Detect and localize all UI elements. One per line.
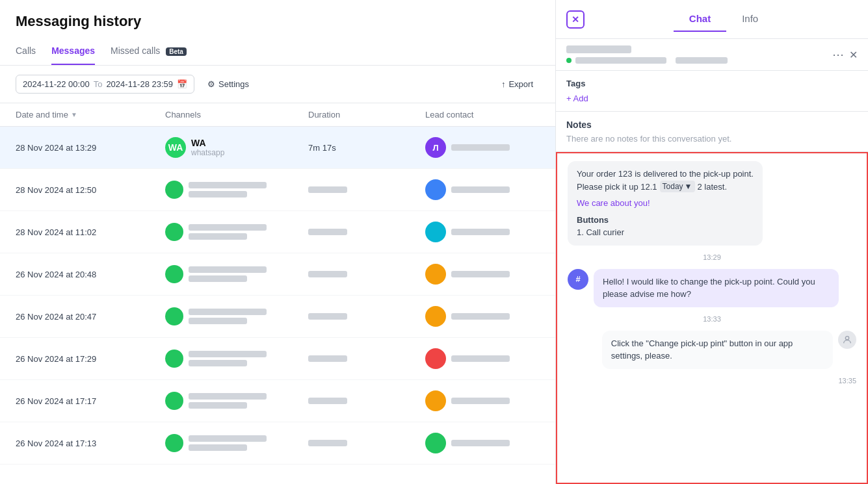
cell-channel [165,392,308,410]
lead-name-blurred [451,186,510,193]
contact-info-blurred [575,57,666,64]
cell-duration [308,270,425,279]
more-options-button[interactable]: ⋯ [832,47,844,62]
cell-lead [425,179,540,200]
channel-sub-blurred [189,233,247,240]
page-title: Messaging history [0,0,555,39]
msg-outgoing-bubble: Click the "Change pick-up pint" button i… [602,331,833,369]
cell-lead: Л [425,137,540,158]
channel-dot [165,223,183,241]
date-range-picker[interactable]: 2024-11-22 00:00 To 2024-11-28 23:59 📅 [16,75,194,94]
table-row[interactable]: 26 Nov 2024 at 20:47 [0,296,555,338]
tab-chat[interactable]: Chat [674,6,726,32]
channel-sub-blurred [189,360,247,366]
calendar-icon: 📅 [177,79,187,89]
lead-avatar [425,179,446,200]
cell-duration: 7m 17s [308,143,425,153]
cell-date: 26 Nov 2024 at 17:13 [16,439,165,448]
table-row[interactable]: 26 Nov 2024 at 17:13 [0,422,555,465]
cell-date: 26 Nov 2024 at 17:29 [16,354,165,364]
beta-badge: Beta [166,47,187,56]
date-to: 2024-11-28 23:59 [106,79,173,89]
lead-name-blurred [451,355,510,362]
table-row[interactable]: 28 Nov 2024 at 11:02 [0,211,555,253]
user-avatar: # [568,269,588,290]
channel-dot [165,350,183,368]
duration-blurred [308,271,347,277]
channel-sub: whatsapp [191,148,224,157]
cell-lead [425,390,540,411]
close-button[interactable]: ✕ [566,10,585,29]
cell-lead [425,306,540,327]
channel-sub-blurred [189,275,247,282]
channel-info: WA whatsapp [191,138,224,157]
collapse-button[interactable]: ✕ [849,49,858,61]
lead-avatar [425,222,446,242]
channel-name-blurred [189,266,267,273]
msg-text-line2: Please pick it up 12.1 Today ▼ 2 latest. [577,181,754,194]
contact-info-blurred2 [676,57,728,64]
lead-name-blurred [451,398,510,404]
col-channels: Channels [165,110,308,120]
cell-channel [165,181,308,199]
duration-blurred [308,229,347,235]
lead-name-blurred [451,144,510,151]
date-from: 2024-11-22 00:00 [23,79,90,89]
table-row[interactable]: 28 Nov 2024 at 13:29 WA WA whatsapp 7m 1… [0,127,555,169]
notes-label: Notes [566,120,858,130]
date-separator: To [94,79,103,89]
channel-sub-blurred [189,318,247,324]
contact-status [566,57,827,64]
settings-icon: ⚙ [207,79,215,89]
message-user-1: # Hello! I would like to change the pick… [568,269,856,307]
cell-channel [165,223,308,241]
cell-date: 26 Nov 2024 at 20:48 [16,270,165,279]
channel-sub-blurred [189,191,247,197]
col-lead: Lead contact [425,110,540,120]
export-button[interactable]: ↑ Export [495,75,540,93]
msg-timestamp-2: 13:35 [568,377,856,385]
cell-duration [308,396,425,406]
settings-button[interactable]: ⚙ Settings [201,75,256,93]
table-row[interactable]: 26 Nov 2024 at 17:29 [0,338,555,380]
tab-messages[interactable]: Messages [51,39,95,65]
channel-sub-blurred [189,402,247,409]
table-row[interactable]: 28 Nov 2024 at 12:50 [0,169,555,211]
lead-name-blurred [451,440,510,446]
duration-blurred [308,313,347,320]
col-duration: Duration [308,110,425,120]
today-dropdown[interactable]: Today ▼ [660,181,695,192]
msg-button-1: 1. Call curier [577,226,754,239]
duration-blurred [308,355,347,362]
contact-name-blurred [566,45,631,53]
add-tag-button[interactable]: + Add [566,94,858,103]
msg-subtext: We care about you! [577,197,754,210]
chat-messages[interactable]: Your order 123 is delivered to the pick-… [556,152,868,484]
cell-lead [425,348,540,369]
cell-duration [308,354,425,364]
contact-bar: ⋯ ✕ [556,39,868,71]
table-row[interactable]: 26 Nov 2024 at 17:17 [0,380,555,422]
cell-channel [165,350,308,368]
right-tabs: Chat Info [590,6,858,32]
toolbar: 2024-11-22 00:00 To 2024-11-28 23:59 📅 ⚙… [0,66,555,103]
cell-channel: WA WA whatsapp [165,137,308,158]
cell-date: 26 Nov 2024 at 17:17 [16,396,165,406]
status-dot [566,58,572,63]
duration-blurred [308,398,347,404]
tab-missed-calls[interactable]: Missed calls Beta [111,39,187,65]
notes-section: Notes There are no notes for this conver… [556,112,868,152]
cell-duration [308,227,425,237]
table-row[interactable]: 26 Nov 2024 at 20:48 [0,253,555,296]
cell-channel [165,434,308,452]
cell-lead [425,222,540,242]
table-body: 28 Nov 2024 at 13:29 WA WA whatsapp 7m 1… [0,127,555,484]
channel-name: WA [191,138,224,148]
wa-icon: WA [165,137,186,158]
channel-name-blurred [189,351,267,357]
tab-calls[interactable]: Calls [16,39,36,65]
cell-duration [308,185,425,195]
channel-name-blurred [189,309,267,315]
tab-info[interactable]: Info [726,6,774,32]
msg-text-line1: Your order 123 is delivered to the pick-… [577,168,754,181]
